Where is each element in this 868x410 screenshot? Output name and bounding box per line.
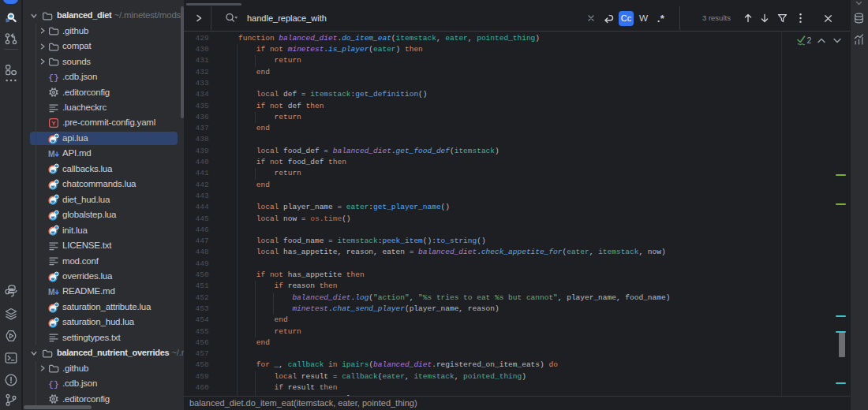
svg-text:M: M	[48, 150, 55, 158]
svg-text:Y: Y	[51, 120, 56, 127]
svg-text:{}: {}	[48, 379, 59, 390]
svg-text:M: M	[48, 288, 55, 296]
svg-text:{}: {}	[48, 73, 59, 83]
